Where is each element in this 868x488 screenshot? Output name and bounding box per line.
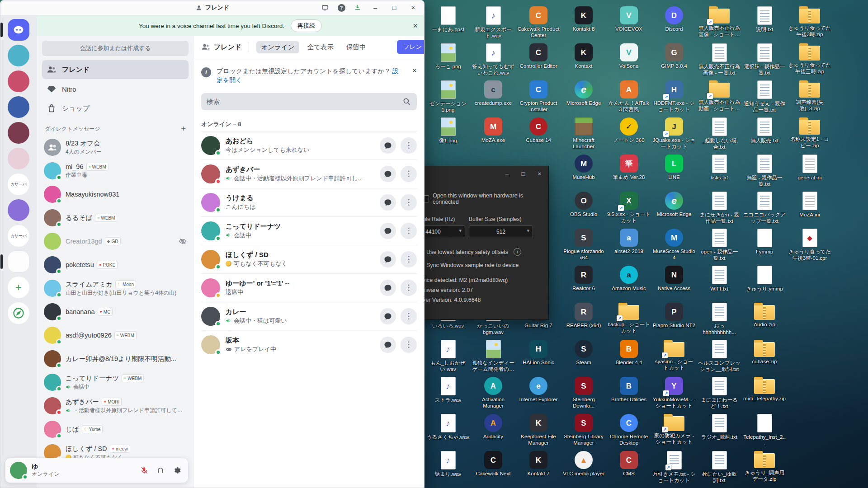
desktop-icon[interactable]: ✓ ノートン 360: [606, 117, 651, 154]
desktop-icon[interactable]: ksks.txt: [697, 154, 742, 191]
desktop-icon[interactable]: 無人販売不正行為動画 - ショートカット: [697, 80, 742, 117]
dm-item[interactable]: Masayukisnow831: [40, 183, 190, 206]
more-button[interactable]: ⋮: [401, 251, 417, 267]
dm-item[interactable]: mi_96 ≈ WEBM 作: [40, 159, 190, 183]
desktop-icon[interactable]: きゅうり食ってた午後三時.zip: [787, 42, 832, 80]
desktop-icon[interactable]: X 9.5.xlsx - ショートカット: [606, 191, 651, 228]
dialog-close-button[interactable]: ×: [538, 170, 541, 177]
desktop-icon[interactable]: C Cakewalk Product Center: [516, 5, 561, 42]
desktop-icon[interactable]: S Steam: [561, 339, 606, 376]
message-button[interactable]: [380, 251, 396, 267]
more-button[interactable]: ⋮: [401, 137, 417, 154]
desktop-icon[interactable]: A Audacity: [471, 413, 516, 450]
desktop-icon[interactable]: syasinn - ショートカット: [651, 339, 697, 376]
desktop-icon[interactable]: B Blender 4.4: [606, 339, 651, 376]
dialog-minimize-button[interactable]: –: [505, 170, 509, 177]
dm-item[interactable]: カレー卯丼@8/19より期限不明活動...: [40, 347, 190, 371]
desktop-icon[interactable]: C Chrome Remote Desktop: [606, 413, 651, 450]
dm-item[interactable]: 8/23 オフ会 4人のメンバー: [40, 136, 190, 159]
desktop-icon[interactable]: きゅうり_調声用データ.zip: [742, 450, 787, 487]
desktop-icon[interactable]: G GIMP 3.0.4: [651, 42, 697, 80]
desktop-icon[interactable]: R REAPER (x64): [561, 302, 606, 339]
dm-item[interactable]: こってりドーナツ ≈ WEBM: [40, 371, 190, 394]
desktop-icon[interactable]: P Piapro Studio NT2: [651, 302, 697, 339]
desktop-icon[interactable]: ストラ.wav: [425, 376, 471, 413]
friend-row[interactable]: うけまる こんにちは: [201, 188, 417, 216]
dm-item[interactable]: じば ☾ Yume: [40, 418, 190, 441]
desktop-icon[interactable]: きゅうり食ってた午後3時-01.cpr: [787, 228, 832, 265]
desktop-icon[interactable]: general.ini: [787, 154, 832, 191]
desktop-icon[interactable]: O OBS Studio: [561, 191, 606, 228]
desktop-icon[interactable]: A かんたん！AITalk 3 関西風: [606, 80, 651, 117]
update-download-icon[interactable]: [350, 2, 365, 14]
friend-row[interactable]: あずきバー 会話中・活動者様以外原則フレンド申請許可し...: [201, 160, 417, 188]
desktop-icon[interactable]: Telepathy_Inst_2...: [742, 413, 787, 450]
desktop-icon[interactable]: 万引きメモ.txt - ショートカット: [651, 450, 697, 487]
desktop-icon[interactable]: a airset2-2019: [606, 228, 651, 265]
friend-row[interactable]: あおどら 今はメンションしても来れない: [201, 131, 417, 160]
desktop-icon[interactable]: 新規エクスポート.wav: [471, 5, 516, 42]
desktop-icon[interactable]: ヘルスコンプレッション__歌詞.txt: [697, 339, 742, 376]
tab[interactable]: オンライン: [256, 41, 299, 53]
desktop-icon[interactable]: Fymmp: [742, 228, 787, 265]
server-icon[interactable]: カサーバ: [8, 174, 29, 195]
desktop-icon[interactable]: C Controller Editor: [516, 42, 561, 80]
message-button[interactable]: [380, 337, 396, 353]
desktop-icon[interactable]: S Plogue sforzando x64: [561, 228, 606, 265]
desktop-icon[interactable]: c createdump.exe: [471, 80, 516, 117]
desktop-icon[interactable]: きゅうり食ってた午後3時.zip: [787, 5, 832, 42]
desktop-icon[interactable]: きゅうり.ymmp: [742, 265, 787, 302]
mic-muted-icon[interactable]: [137, 463, 152, 478]
desktop-icon[interactable]: Y YukkunMovieM... - ショートカット: [651, 376, 697, 413]
desktop-icon[interactable]: L LINE: [651, 154, 697, 191]
info-icon[interactable]: [514, 248, 521, 256]
dm-item[interactable]: Creator13gd ◆ GD: [40, 230, 190, 253]
desktop-icon[interactable]: ニコニコバックアップ一覧.txt: [742, 191, 787, 228]
desktop-icon[interactable]: まにまにわーるど！.txt: [697, 376, 742, 413]
dm-item[interactable]: poketetsu ● POKE: [40, 253, 190, 277]
desktop-icon[interactable]: M MuseScore Studio 4: [651, 228, 697, 265]
desktop-icon[interactable]: 無人販売不正行為画像 - ショートカッ...: [697, 5, 742, 42]
desktop-icon[interactable]: K Keepforest File Manager: [516, 413, 561, 450]
desktop-icon[interactable]: open - 親作品一覧.txt: [697, 228, 742, 265]
desktop-icon[interactable]: 無題 - 親作品一覧.txt: [742, 154, 787, 191]
dm-item[interactable]: スライムアミカ ☾ Moon: [40, 277, 190, 300]
desktop-icon[interactable]: K Kontakt 8: [561, 5, 606, 42]
desktop-icon[interactable]: 死にたい_ゆ歌詞.txt: [697, 450, 742, 487]
tab[interactable]: 全て表示: [303, 41, 338, 53]
desktop-icon[interactable]: H HALion Sonic: [516, 339, 561, 376]
desktop-icon[interactable]: C Cubase 14: [516, 117, 561, 154]
desktop-icon[interactable]: まにせきかn - 親作品一覧.txt: [697, 191, 742, 228]
message-button[interactable]: [380, 308, 396, 324]
server-icon[interactable]: [8, 19, 29, 41]
desktop-icon[interactable]: V VoiSona: [606, 42, 651, 80]
desktop-icon[interactable]: S Steinberg Downlo...: [561, 376, 606, 413]
friend-row[interactable]: ほしくず / SD 可もなく不可もなく: [201, 245, 417, 273]
sidebar-nav-item[interactable]: Nitro: [42, 80, 189, 99]
banner-close-icon[interactable]: [413, 22, 418, 30]
server-icon[interactable]: [8, 96, 29, 118]
desktop-icon[interactable]: C Crypton Product Installer: [516, 80, 561, 117]
more-button[interactable]: ⋮: [401, 280, 417, 296]
screenshare-icon[interactable]: [317, 2, 333, 14]
desktop-icon[interactable]: 筆 筆まめ Ver.28: [606, 154, 651, 191]
desktop-icon[interactable]: cubase.zip: [742, 339, 787, 376]
friends-search-input[interactable]: [201, 93, 417, 110]
desktop-icon[interactable]: C CMS: [606, 450, 651, 487]
desktop-icon[interactable]: S Steinberg Library Manager: [561, 413, 606, 450]
server-icon[interactable]: [8, 251, 29, 272]
desktop-icon[interactable]: D Discord: [651, 5, 697, 42]
desktop-icon[interactable]: M MuseHub: [561, 154, 606, 191]
desktop-icon[interactable]: a Amazon Music: [606, 265, 651, 302]
desktop-icon[interactable]: 選択肢 - 親作品一覧.txt: [742, 42, 787, 80]
dm-item[interactable]: あずきバー ♥ MORI ・: [40, 394, 190, 418]
desktop-icon[interactable]: 名称未設定1 - コピー.zip: [787, 117, 832, 154]
friend-row[interactable]: こってりドーナツ 会話中: [201, 216, 417, 245]
friend-row[interactable]: ゆーゆー' or '1'='1' -- 退席中: [201, 273, 417, 302]
desktop-icon[interactable]: Microsoft Edge: [651, 191, 697, 228]
desktop-icon[interactable]: J JQuake.exe - ショートカット: [651, 117, 697, 154]
dm-item[interactable]: asdf@yuto0926 ≈ WEBM: [40, 324, 190, 347]
close-button[interactable]: ×: [404, 1, 422, 14]
tab[interactable]: 保留中: [342, 41, 371, 53]
desktop-icon[interactable]: もん_しおかぜい.wav: [425, 339, 471, 376]
